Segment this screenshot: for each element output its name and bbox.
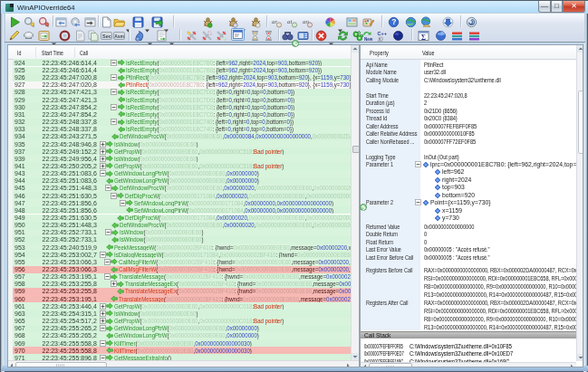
svg-text:Σ: Σ — [421, 33, 426, 42]
svg-text:Asm: Asm — [114, 33, 124, 39]
svg-text:?: ? — [391, 17, 396, 26]
svg-text:Sec: Sec — [102, 33, 111, 39]
